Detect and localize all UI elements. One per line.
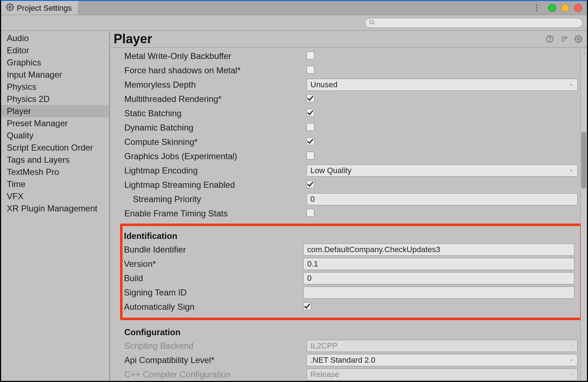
window-maximize-button[interactable] [561, 4, 569, 12]
sidebar-item-physics[interactable]: Physics [1, 81, 109, 93]
row-lightmap-streaming: Lightmap Streaming Enabled [124, 178, 580, 192]
static-batching-checkbox[interactable] [307, 109, 314, 117]
gear-icon[interactable] [574, 35, 583, 43]
field-label: Bundle Identifier [124, 245, 303, 255]
sidebar-item-time[interactable]: Time [1, 178, 109, 190]
sidebar-item-audio[interactable]: Audio [1, 32, 109, 44]
configuration-section-title: Configuration [124, 324, 580, 339]
sidebar-item-preset-manager[interactable]: Preset Manager [1, 117, 109, 129]
svg-point-1 [370, 20, 374, 24]
metal-write-only-checkbox[interactable] [307, 52, 314, 59]
lightmap-streaming-checkbox[interactable] [307, 180, 314, 188]
search-icon [369, 19, 377, 27]
sidebar-item-input-manager[interactable]: Input Manager [1, 69, 109, 81]
chevron-down-icon [569, 356, 574, 365]
sidebar-item-graphics[interactable]: Graphics [1, 57, 109, 69]
sidebar-item-label: Player [7, 106, 31, 116]
build-input[interactable] [303, 272, 574, 284]
scroll-up-arrow-icon[interactable] [581, 49, 587, 56]
sidebar-item-label: Quality [7, 131, 34, 140]
dynamic-batching-checkbox[interactable] [307, 123, 314, 131]
select-value: Release [310, 370, 339, 379]
sidebar-item-label: VFX [7, 191, 24, 201]
signing-team-id-input[interactable] [303, 286, 574, 299]
field-label: Scripting Backend [124, 341, 307, 351]
row-multithreaded-rendering: Multithreaded Rendering* [124, 92, 580, 106]
memoryless-depth-select[interactable]: Unused [307, 79, 578, 91]
sidebar-item-label: Time [7, 179, 25, 189]
gear-icon [6, 3, 17, 13]
sidebar-item-player[interactable]: Player [1, 105, 109, 117]
row-signing-team-id: Signing Team ID [124, 285, 577, 300]
chevron-down-icon [569, 80, 574, 89]
svg-line-2 [373, 23, 374, 24]
streaming-priority-input[interactable] [307, 193, 578, 205]
select-value: .NET Standard 2.0 [310, 356, 375, 365]
sidebar-item-label: Script Execution Order [7, 143, 93, 152]
identification-highlight: Identification Bundle Identifier Version… [120, 224, 583, 320]
sidebar-item-editor[interactable]: Editor [1, 44, 109, 57]
graphics-jobs-checkbox[interactable] [307, 152, 314, 160]
row-memoryless-depth: Memoryless Depth Unused [124, 78, 580, 92]
field-label: Build [124, 273, 303, 283]
tab-label: Project Settings [17, 4, 72, 13]
sidebar-item-label: Physics [7, 82, 36, 92]
help-icon[interactable] [545, 35, 554, 43]
sidebar-item-quality[interactable]: Quality [1, 129, 109, 142]
row-graphics-jobs: Graphics Jobs (Experimental) [124, 149, 580, 163]
field-label: Graphics Jobs (Experimental) [124, 151, 307, 161]
sidebar-item-script-execution-order[interactable]: Script Execution Order [1, 142, 109, 154]
sidebar-item-label: Physics 2D [7, 94, 50, 104]
svg-point-4 [549, 40, 550, 41]
search-box[interactable] [365, 18, 583, 28]
field-label: Enable Frame Timing Stats [124, 209, 307, 219]
field-label: Force hard shadows on Metal* [124, 65, 307, 75]
api-compatibility-select[interactable]: .NET Standard 2.0 [307, 354, 578, 366]
field-label: Api Compatibility Level* [124, 355, 307, 365]
preset-icon[interactable] [560, 35, 568, 43]
sidebar-item-label: TextMesh Pro [7, 167, 59, 177]
kebab-menu-icon[interactable] [533, 4, 540, 11]
window-minimize-button[interactable] [548, 4, 556, 12]
sidebar-item-label: Input Manager [7, 70, 62, 79]
tab-project-settings[interactable]: Project Settings [1, 1, 79, 15]
field-label: Automatically Sign [124, 302, 303, 312]
main-panel: Player Metal Write-Only Backbuffer [110, 31, 587, 381]
row-metal-write-only: Metal Write-Only Backbuffer [124, 49, 580, 63]
identification-section-title: Identification [124, 228, 577, 243]
field-label: Metal Write-Only Backbuffer [124, 51, 307, 61]
svg-point-10 [577, 38, 579, 40]
select-value: IL2CPP [310, 341, 338, 351]
vertical-scrollbar[interactable] [580, 49, 587, 381]
sidebar-item-label: Tags and Layers [7, 155, 70, 165]
sidebar-item-vfx[interactable]: VFX [1, 190, 109, 202]
search-row [1, 15, 587, 31]
sidebar-item-tags-and-layers[interactable]: Tags and Layers [1, 154, 109, 166]
sidebar-item-xr-plugin-management[interactable]: XR Plugin Management [1, 202, 109, 215]
field-label: Static Batching [124, 108, 307, 118]
multithreaded-rendering-checkbox[interactable] [307, 94, 314, 102]
scripting-backend-select: IL2CPP [307, 340, 578, 352]
lightmap-encoding-select[interactable]: Low Quality [307, 165, 578, 177]
field-label: Compute Skinning* [124, 137, 307, 147]
force-hard-shadows-checkbox[interactable] [307, 66, 314, 74]
version-input[interactable] [303, 258, 574, 270]
row-version: Version* [124, 257, 577, 271]
sidebar-item-physics-2d[interactable]: Physics 2D [1, 93, 109, 105]
compute-skinning-checkbox[interactable] [307, 137, 314, 145]
field-label: Signing Team ID [124, 288, 303, 298]
main-header: Player [110, 31, 587, 48]
search-input[interactable] [377, 19, 579, 27]
automatically-sign-checkbox[interactable] [303, 302, 311, 310]
sidebar-item-textmesh-pro[interactable]: TextMesh Pro [1, 166, 109, 178]
window-close-button[interactable] [574, 4, 582, 12]
tab-bar: Project Settings [1, 0, 587, 15]
enable-frame-timing-checkbox[interactable] [307, 209, 314, 217]
row-force-hard-shadows: Force hard shadows on Metal* [124, 63, 580, 78]
bundle-identifier-input[interactable] [303, 244, 574, 256]
field-label: Streaming Priority [124, 194, 307, 204]
chevron-down-icon [569, 341, 574, 351]
scrollbar-thumb[interactable] [581, 132, 586, 189]
scroll-area[interactable]: Metal Write-Only Backbuffer Force hard s… [110, 48, 587, 381]
field-label: Lightmap Streaming Enabled [124, 180, 307, 190]
